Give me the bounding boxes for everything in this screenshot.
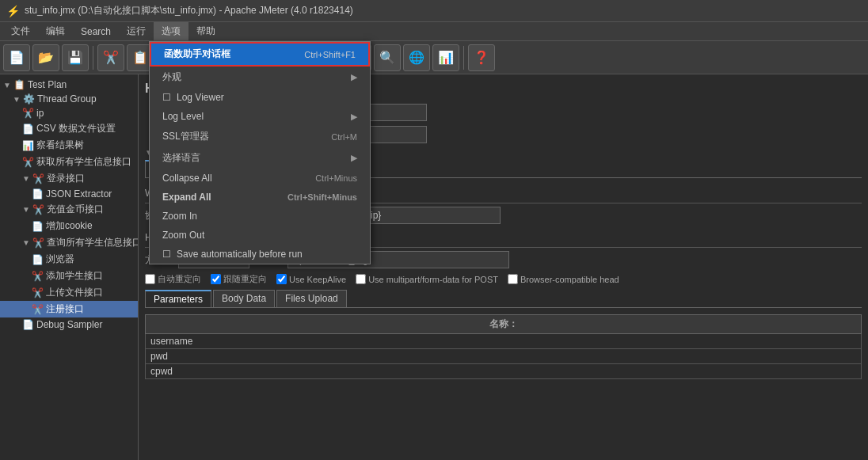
item-icon: ✂️ [32,304,44,315]
arrow-icon: ▼ [3,81,11,89]
dropdown-item-functions[interactable]: 函数助手对话框 Ctrl+Shift+F1 [150,42,370,67]
tree-item-csv[interactable]: 📄 CSV 数据文件设置 [0,120,138,137]
browser-compat-checkbox[interactable] [508,274,518,284]
language-arrow: ▶ [351,153,357,163]
auto-save-checkbox-icon: ☐ [162,249,173,260]
open-button[interactable]: 📂 [32,44,59,71]
dropdown-item-log-level[interactable]: Log Level ▶ [150,107,370,126]
tab-files-upload[interactable]: Files Upload [276,290,347,307]
tree-item-debug[interactable]: 📄 Debug Sampler [0,317,138,332]
param-name-pwd: pwd [146,349,862,364]
arrow-icon: ▼ [13,95,21,104]
item-icon: ✂️ [32,271,44,282]
item-icon: 📄 [32,221,44,232]
multipart-checkbox[interactable] [356,274,366,284]
tree-label: ip [36,108,44,119]
tree-item-register[interactable]: ✂️ 注册接口 [0,301,138,317]
browser-compat-label[interactable]: Browser-compatible head [508,274,619,284]
param-tab-bar: Parameters Body Data Files Upload [145,290,862,308]
dropdown-item-collapse-all[interactable]: Collapse All Ctrl+Minus [150,169,370,188]
tree-label: CSV 数据文件设置 [36,122,116,135]
dropdown-item-auto-save[interactable]: ☐ Save automatically before run [150,245,370,264]
arrow-icon: ▼ [22,238,30,247]
tab-parameters[interactable]: Parameters [145,290,211,307]
multipart-label[interactable]: Use multipart/form-data for POST [356,274,498,284]
tree-label: 登录接口 [47,172,85,185]
arrow-icon: ▼ [22,205,30,214]
zoom-in-label: Zoom In [162,211,197,222]
graph-button[interactable]: 📊 [432,44,459,71]
dropdown-item-language[interactable]: 选择语言 ▶ [150,147,370,169]
tree-item-query-students[interactable]: ▼ ✂️ 查询所有学生信息接口 [0,234,138,251]
item-icon: 📄 [22,124,34,135]
item-icon: ✂️ [32,287,44,298]
arrow-icon: ▼ [22,174,30,183]
follow-redirect-checkbox[interactable] [211,274,221,284]
tree-item-get-students[interactable]: ✂️ 获取所有学生信息接口 [0,154,138,170]
tree-label: 充值金币接口 [47,203,104,216]
dropdown-item-ssl[interactable]: SSL管理器 Ctrl+M [150,126,370,147]
dropdown-item-expand-all[interactable]: Expand All Ctrl+Shift+Minus [150,188,370,207]
tree-item-upload[interactable]: ✂️ 上传文件接口 [0,284,138,301]
tree-item-cookie[interactable]: 📄 增加cookie [0,218,138,234]
tree-item-test-plan[interactable]: ▼ 📋 Test Plan [0,78,138,92]
tree-item-json-extractor[interactable]: 📄 JSON Extractor [0,187,138,201]
item-icon: 📄 [32,188,44,200]
expand-all-label: Expand All [162,192,211,203]
keepalive-label[interactable]: Use KeepAlive [276,274,346,284]
tree-item-thread-group[interactable]: ▼ ⚙️ Thread Group [0,92,138,106]
functions-shortcut: Ctrl+Shift+F1 [304,50,356,59]
param-row-username: username [146,334,862,349]
tree-item-ip[interactable]: ✂️ ip [0,106,138,120]
thread-icon: ⚙️ [23,93,35,105]
ssl-shortcut: Ctrl+M [331,132,357,142]
find-button[interactable]: 🔍 [374,44,401,71]
dropdown-item-appearance[interactable]: 外观 ▶ [150,67,370,88]
appearance-label: 外观 [162,70,181,84]
keepalive-checkbox[interactable] [276,274,287,284]
plan-icon: 📋 [13,79,25,90]
server-input[interactable] [358,207,501,224]
cut-button[interactable]: ✂️ [97,44,124,71]
dropdown-item-zoom-out[interactable]: Zoom Out [150,226,370,245]
tab-body-data[interactable]: Body Data [213,290,275,307]
menu-help[interactable]: 帮助 [188,22,223,41]
help-button[interactable]: ❓ [468,44,495,71]
tree-label: 查询所有学生信息接口 [47,236,139,249]
item-icon: ✂️ [32,204,44,215]
tree-item-browser[interactable]: 📄 浏览器 [0,251,138,268]
auto-redirect-label[interactable]: 自动重定向 [145,273,201,285]
dropdown-menu-container: 函数助手对话框 Ctrl+Shift+F1 外观 ▶ ☐ Log Viewer … [149,41,371,264]
tree-label: 察看结果树 [36,139,84,152]
tree-label: 注册接口 [46,302,84,316]
language-label: 选择语言 [162,151,200,165]
tree-panel: ▼ 📋 Test Plan ▼ ⚙️ Thread Group ✂️ ip 📄 … [0,74,139,460]
tree-label: 获取所有学生信息接口 [36,155,131,169]
menu-search[interactable]: Search [73,22,119,41]
dropdown-item-zoom-in[interactable]: Zoom In [150,207,370,226]
tree-item-recharge[interactable]: ▼ ✂️ 充值金币接口 [0,201,138,218]
menu-run[interactable]: 运行 [119,22,154,41]
tree-item-login[interactable]: ▼ ✂️ 登录接口 [0,170,138,187]
new-button[interactable]: 📄 [3,44,30,71]
item-icon: 📄 [32,254,44,265]
menu-edit[interactable]: 编辑 [38,22,73,41]
tree-item-add-student[interactable]: ✂️ 添加学生接口 [0,268,138,284]
dropdown-item-log-viewer[interactable]: ☐ Log Viewer [150,88,370,107]
tree-item-result-tree[interactable]: 📊 察看结果树 [0,137,138,154]
collapse-all-label: Collapse All [162,173,212,184]
functions-label: 函数助手对话框 [164,48,230,61]
options-dropdown: 函数助手对话框 Ctrl+Shift+F1 外观 ▶ ☐ Log Viewer … [149,41,371,264]
tree-label: 增加cookie [46,219,93,233]
auto-redirect-checkbox[interactable] [145,274,155,284]
param-name-cpwd: cpwd [146,364,862,379]
menu-file[interactable]: 文件 [3,22,38,41]
follow-redirect-label[interactable]: 跟随重定向 [211,273,267,285]
log-level-label: Log Level [162,111,204,122]
item-icon: ✂️ [22,157,34,168]
remote-button[interactable]: 🌐 [403,44,430,71]
menu-options[interactable]: 选项 [154,22,188,41]
appearance-arrow: ▶ [351,72,357,82]
auto-save-label: Save automatically before run [177,249,303,260]
save-button[interactable]: 💾 [62,44,89,71]
